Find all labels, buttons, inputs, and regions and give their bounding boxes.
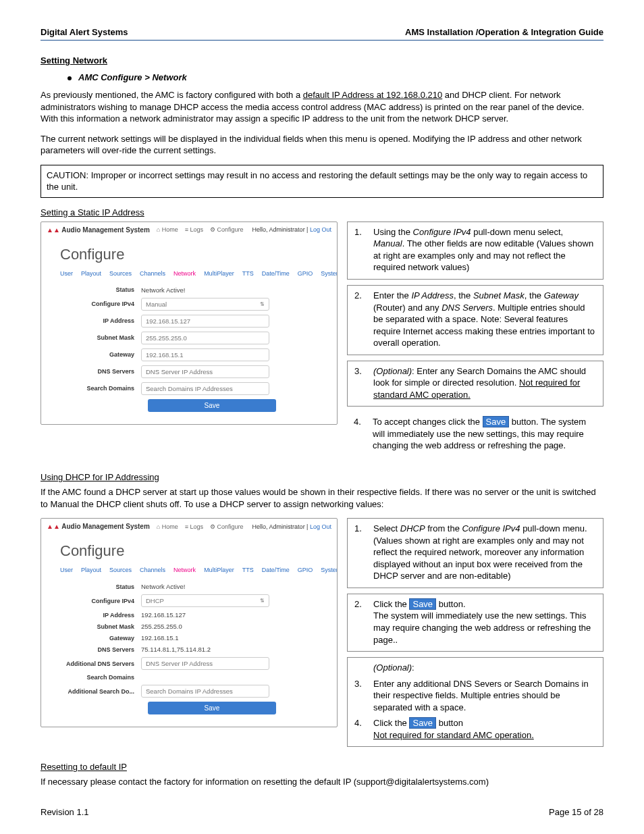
step-2: 2.Enter the IP Address, the Subnet Mask,… [347, 285, 603, 355]
search-domains-input[interactable] [141, 382, 269, 395]
revision: Revision 1.1 [41, 807, 89, 817]
intro-para-2: The current network settings will be dis… [41, 133, 603, 157]
config-tabs: User Playout Sources Channels Network Mu… [60, 270, 318, 277]
page-title: Configure [60, 542, 318, 560]
page-number: Page 15 of 28 [549, 807, 603, 817]
save-inline: Save [409, 717, 436, 729]
caution-box: CAUTION: Improper or incorrect settings … [41, 165, 603, 198]
ip-input[interactable] [141, 315, 269, 328]
logout-link[interactable]: Log Out [310, 523, 331, 530]
save-button[interactable]: Save [148, 702, 276, 714]
header-right: AMS Installation /Operation & Integratio… [405, 27, 603, 37]
subnet-input[interactable] [141, 332, 269, 344]
gateway-input[interactable] [141, 348, 269, 361]
step-4: 4.To accept changes click the Save butto… [347, 412, 603, 457]
nav-configure[interactable]: ⚙ Configure [210, 226, 244, 233]
dhcp-step-1: 1.Select DHCP from the Configure IPv4 pu… [347, 518, 603, 588]
ipv4-select[interactable]: DHCP⇅ [141, 594, 269, 607]
doc-footer: Revision 1.1 Page 15 of 28 [41, 807, 603, 817]
step-1: 1.Using the Configure IPv4 pull-down men… [347, 221, 603, 280]
config-tabs: User Playout Sources Channels Network Mu… [60, 567, 318, 573]
additional-search-domains-input[interactable] [141, 685, 269, 698]
bullet-icon [68, 76, 72, 80]
chevron-updown-icon: ⇅ [260, 301, 265, 307]
breadcrumb-text: AMC Configure > Network [78, 72, 187, 82]
step-3: 3.(Optional): Enter any Search Domains t… [347, 361, 603, 407]
reset-heading: Resetting to default IP [41, 762, 603, 772]
app-title: ▲▲ Audio Management System [47, 226, 150, 234]
reset-para: If necessary please contact the factory … [41, 776, 603, 788]
dhcp-step-2: 2.Click the Save button.The system will … [347, 594, 603, 652]
nav-home[interactable]: ⌂ Home [157, 523, 178, 530]
dhcp-step-34: (Optional): 3.Enter any additional DNS S… [347, 657, 603, 747]
logout-link[interactable]: Log Out [310, 226, 331, 233]
breadcrumb-bullet: AMC Configure > Network [68, 72, 603, 82]
screenshot-static: ▲▲ Audio Management System ⌂ Home ≡ Logs… [41, 221, 338, 425]
app-title: ▲▲ Audio Management System [47, 523, 150, 530]
nav-configure[interactable]: ⚙ Configure [210, 523, 244, 530]
section-title: Setting Network [41, 55, 603, 66]
save-inline: Save [409, 598, 436, 610]
additional-dns-input[interactable] [141, 657, 269, 670]
user-greeting: Hello, Administrator | Log Out [252, 523, 331, 530]
chevron-updown-icon: ⇅ [260, 598, 265, 604]
page-title: Configure [60, 246, 318, 263]
user-greeting: Hello, Administrator | Log Out [252, 226, 331, 233]
nav-logs[interactable]: ≡ Logs [185, 226, 203, 233]
static-ip-heading: Setting a Static IP Address [41, 207, 603, 217]
ipv4-select[interactable]: Manual⇅ [141, 298, 269, 311]
dhcp-para: If the AMC found a DHCP server at start … [41, 486, 603, 510]
nav-logs[interactable]: ≡ Logs [185, 523, 203, 530]
save-button[interactable]: Save [148, 399, 276, 412]
header-left: Digital Alert Systems [41, 27, 128, 37]
dns-input[interactable] [141, 365, 269, 378]
doc-header: Digital Alert Systems AMS Installation /… [41, 27, 603, 41]
screenshot-dhcp: ▲▲ Audio Management System ⌂ Home ≡ Logs… [41, 518, 338, 727]
intro-para-1: As previously mentioned, the AMC is fact… [41, 89, 603, 125]
nav-home[interactable]: ⌂ Home [157, 226, 178, 233]
save-inline: Save [483, 416, 510, 427]
dhcp-heading: Using DHCP for IP Addressing [41, 472, 603, 482]
